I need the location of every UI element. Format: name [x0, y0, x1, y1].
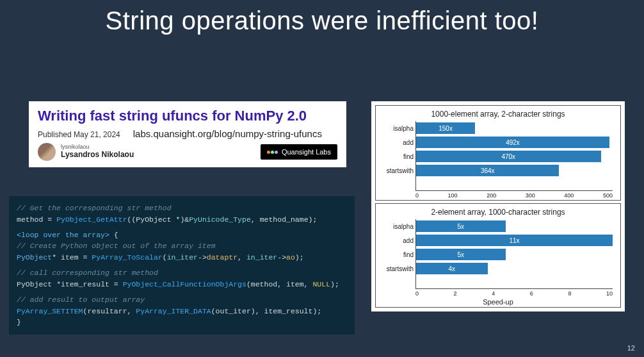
bar-row: startswith364x [416, 163, 613, 178]
bar-category-label: isalpha [379, 223, 414, 230]
bar-value-label: 11x [509, 237, 519, 244]
xtick-label: 0 [415, 290, 419, 297]
blog-headline: Writing fast string ufuncs for NumPy 2.0 [38, 108, 337, 124]
bar-row: add492x [416, 135, 613, 149]
chart-bottom: 2-element array, 1000-character strings … [375, 203, 621, 308]
bar: 11x [416, 235, 613, 246]
slide-title: String operations were inefficient too! [0, 0, 644, 35]
bar-category-label: find [379, 251, 414, 258]
bar-value-label: 492x [506, 139, 520, 146]
bar-category-label: add [379, 237, 414, 244]
xtick-label: 200 [487, 192, 496, 199]
xtick-label: 500 [603, 192, 613, 199]
bar: 470x [416, 151, 601, 162]
quansight-logo-icon [267, 151, 278, 154]
xtick-label: 400 [564, 192, 574, 199]
bar-row: add11x [416, 233, 613, 247]
charts-panel: 1000-element array, 2-character strings … [371, 101, 625, 311]
bar-row: isalpha150x [416, 121, 613, 135]
xtick-label: 0 [415, 192, 419, 199]
chart-body: isalpha150xadd492xfind470xstartswith364x [415, 121, 613, 191]
xtick-label: 4 [492, 290, 495, 297]
bar-value-label: 470x [501, 153, 515, 160]
author-block: lysnikolaou Lysandros Nikolaou [38, 143, 134, 161]
bar-row: isalpha5x [416, 219, 613, 233]
bar-value-label: 364x [481, 167, 495, 174]
bar-category-label: isalpha [379, 125, 414, 132]
blog-url: labs.quansight.org/blog/numpy-string-ufu… [133, 128, 322, 139]
bar: 5x [416, 249, 506, 260]
bar-row: find5x [416, 247, 613, 262]
xtick-label: 300 [526, 192, 535, 199]
bar-row: startswith4x [416, 262, 613, 276]
code-line: PyObject* item = PyArray_ToScalar(in_ite… [17, 252, 347, 263]
slide: String operations were inefficient too! … [0, 0, 644, 357]
bar-value-label: 5x [457, 223, 464, 230]
page-number: 12 [627, 344, 635, 352]
code-snippet: // Get the corresponding str method meth… [9, 196, 355, 335]
chart-xaxis: 0100200300400500 [415, 192, 613, 199]
xtick-label: 2 [454, 290, 457, 297]
code-line: // call corresponding str method [17, 269, 158, 277]
blog-published-date: Published May 21, 2024 [38, 130, 120, 139]
author-avatar [38, 143, 56, 161]
xtick-label: 6 [530, 290, 533, 297]
bar: 150x [416, 122, 475, 134]
xtick-label: 8 [568, 290, 571, 297]
author-handle: lysnikolaou [61, 144, 134, 150]
chart-body: isalpha5xadd11xfind5xstartswith4x [415, 219, 613, 289]
bar: 5x [416, 220, 506, 232]
bar: 492x [416, 137, 609, 148]
code-line: method = PyObject_GetAttr((PyObject *)&P… [17, 214, 347, 226]
bar-row: find470x [416, 149, 613, 163]
chart-xaxis: 0246810 [415, 290, 613, 297]
bar-category-label: add [379, 139, 414, 146]
bar-value-label: 150x [439, 125, 453, 132]
xtick-label: 10 [606, 290, 613, 297]
code-line: } [17, 317, 347, 328]
xtick-label: 100 [448, 192, 458, 199]
author-name: Lysandros Nikolaou [61, 150, 134, 159]
quansight-labs-badge: Quansight Labs [261, 144, 337, 160]
code-line: // add result to output array [17, 295, 145, 304]
chart-xlabel: Speed-up [378, 298, 618, 306]
code-line: // Create Python object out of the array… [17, 242, 216, 250]
bar: 4x [416, 263, 488, 274]
code-line: PyObject *item_result = PyObject_CallFun… [17, 279, 347, 290]
chart-title: 2-element array, 1000-character strings [378, 208, 618, 217]
bar-value-label: 4x [449, 265, 456, 272]
code-line: <loop over the array> { [17, 229, 347, 241]
badge-label: Quansight Labs [282, 148, 331, 156]
blog-card: Writing fast string ufuncs for NumPy 2.0… [29, 101, 346, 167]
bar-value-label: 5x [457, 251, 464, 258]
code-line: // Get the corresponding str method [17, 204, 172, 212]
bar-category-label: find [379, 153, 414, 160]
chart-top: 1000-element array, 2-character strings … [375, 105, 621, 201]
bar-category-label: startswith [379, 265, 414, 272]
code-line: PyArray_SETITEM(resultarr, PyArray_ITER_… [17, 306, 347, 317]
chart-title: 1000-element array, 2-character strings [378, 110, 618, 119]
bar: 364x [416, 165, 559, 176]
bar-category-label: startswith [379, 167, 414, 174]
